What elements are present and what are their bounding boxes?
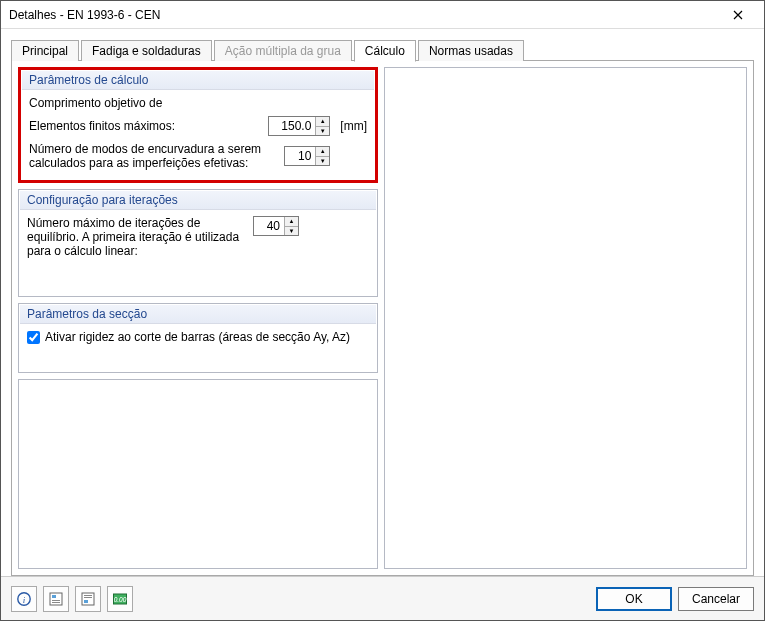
svg-text:i: i: [23, 594, 26, 604]
group-title-iter: Configuração para iterações: [20, 191, 376, 210]
toolbar-button-2[interactable]: [75, 586, 101, 612]
empty-panel-right: [384, 67, 747, 569]
svg-text:0.00: 0.00: [114, 596, 127, 603]
label-modos-encurvadura: Número de modos de encurvadura a serem c…: [29, 142, 278, 170]
group-parametros-calculo: Parâmetros de cálculo Comprimento objeti…: [18, 67, 378, 183]
svg-rect-3: [52, 595, 56, 598]
group-title-seccao: Parâmetros da secção: [20, 305, 376, 324]
tab-normas[interactable]: Normas usadas: [418, 40, 524, 61]
ok-button[interactable]: OK: [596, 587, 672, 611]
group-iteracoes: Configuração para iterações Número máxim…: [18, 189, 378, 297]
spin-up-icon[interactable]: ▲: [285, 217, 298, 227]
cancel-button[interactable]: Cancelar: [678, 587, 754, 611]
spin-up-icon[interactable]: ▲: [316, 147, 329, 157]
dialog-footer: i 0.00 OK Cancelar: [1, 576, 764, 620]
svg-rect-9: [84, 600, 88, 603]
spin-down-icon[interactable]: ▼: [285, 227, 298, 236]
spin-up-icon[interactable]: ▲: [316, 117, 329, 127]
svg-rect-6: [82, 593, 94, 605]
input-elementos-finitos[interactable]: [269, 117, 315, 135]
svg-rect-7: [84, 595, 92, 596]
svg-rect-2: [50, 593, 62, 605]
toolbar-button-1[interactable]: [43, 586, 69, 612]
close-button[interactable]: [718, 2, 758, 28]
spin-down-icon[interactable]: ▼: [316, 127, 329, 136]
input-iteracoes[interactable]: [254, 217, 284, 235]
unit-mm: [mm]: [340, 119, 367, 133]
tab-principal[interactable]: Principal: [11, 40, 79, 61]
left-column: Parâmetros de cálculo Comprimento objeti…: [18, 67, 378, 569]
label-iteracoes: Número máximo de iterações de equilíbrio…: [27, 216, 247, 258]
label-rigidez-corte: Ativar rigidez ao corte de barras (áreas…: [45, 330, 350, 344]
dialog-content: Principal Fadiga e soldaduras Ação múlti…: [1, 29, 764, 576]
tabstrip: Principal Fadiga e soldaduras Ação múlti…: [11, 39, 754, 61]
spinner-iteracoes[interactable]: ▲ ▼: [253, 216, 299, 236]
input-modos[interactable]: [285, 147, 315, 165]
units-button[interactable]: 0.00: [107, 586, 133, 612]
spin-down-icon[interactable]: ▼: [316, 157, 329, 166]
group-seccao: Parâmetros da secção Ativar rigidez ao c…: [18, 303, 378, 373]
tab-acao-multipla: Ação múltipla da grua: [214, 40, 352, 61]
dialog-window: Detalhes - EN 1993-6 - CEN Principal Fad…: [0, 0, 765, 621]
svg-rect-4: [52, 600, 60, 601]
spinner-elementos-finitos[interactable]: ▲ ▼: [268, 116, 330, 136]
spinner-modos[interactable]: ▲ ▼: [284, 146, 330, 166]
tabpage-calculo: Parâmetros de cálculo Comprimento objeti…: [11, 60, 754, 576]
tab-fadiga[interactable]: Fadiga e soldaduras: [81, 40, 212, 61]
svg-rect-5: [52, 602, 60, 603]
svg-rect-8: [84, 597, 92, 598]
window-title: Detalhes - EN 1993-6 - CEN: [9, 8, 718, 22]
checkbox-rigidez-corte[interactable]: [27, 331, 40, 344]
titlebar: Detalhes - EN 1993-6 - CEN: [1, 1, 764, 29]
empty-panel-left: [18, 379, 378, 569]
group-title-calc: Parâmetros de cálculo: [22, 71, 374, 90]
label-elementos-finitos: Elementos finitos máximos:: [29, 119, 262, 133]
tab-calculo[interactable]: Cálculo: [354, 40, 416, 62]
label-comprimento: Comprimento objetivo de: [29, 96, 367, 110]
help-button[interactable]: i: [11, 586, 37, 612]
